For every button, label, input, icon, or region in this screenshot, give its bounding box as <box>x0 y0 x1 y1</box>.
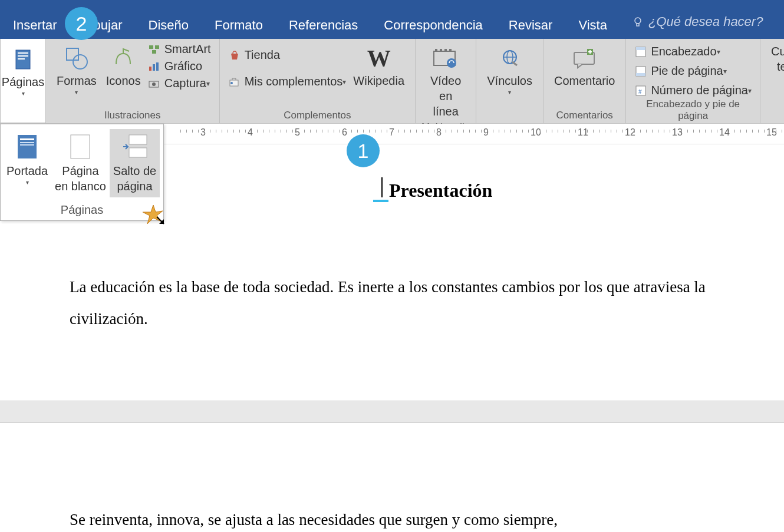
ruler-number: 7 <box>389 127 394 138</box>
grafico-button[interactable]: Gráfico <box>148 60 211 73</box>
cuadro-l2: te <box>777 59 784 74</box>
svg-rect-34 <box>636 73 645 76</box>
ruler-number: 12 <box>625 127 635 138</box>
ruler-number: 6 <box>342 127 347 138</box>
svg-rect-32 <box>636 47 645 50</box>
tell-me-label: ¿Qué desea hacer? <box>648 14 763 29</box>
tab-referencias[interactable]: Referencias <box>276 14 371 37</box>
svg-rect-43 <box>129 148 147 157</box>
group-complementos: Tienda Mis complementos W Wikipedia Comp… <box>220 39 416 124</box>
group-label-comentarios: Comentarios <box>556 110 612 123</box>
svg-rect-20 <box>440 49 442 51</box>
ruler-number: 11 <box>578 127 588 138</box>
portada-label: Portada <box>6 163 48 179</box>
svg-point-15 <box>152 82 156 86</box>
tell-me-search[interactable]: ¿Qué desea hacer? <box>632 14 763 29</box>
ruler-number: 8 <box>436 127 442 138</box>
svg-rect-1 <box>637 24 639 26</box>
tab-diseno[interactable]: Diseño <box>136 14 202 37</box>
salto-l2: página <box>117 179 152 194</box>
numero-pagina-button[interactable]: #Número de página <box>634 84 752 97</box>
svg-rect-8 <box>149 45 153 49</box>
ruler-number: 4 <box>248 127 253 138</box>
ribbon-content: Páginas ▾ Formas ▾ Iconos SmartArt Gráfi… <box>0 39 784 124</box>
vinculos-button[interactable]: Vínculos ▾ <box>482 41 537 98</box>
svg-rect-21 <box>444 49 447 51</box>
tab-revisar[interactable]: Revisar <box>496 14 566 37</box>
smartart-button[interactable]: SmartArt <box>148 42 211 56</box>
tab-vista[interactable]: Vista <box>565 14 620 37</box>
formas-button[interactable]: Formas ▾ <box>52 41 101 98</box>
tab-formato[interactable]: Formato <box>202 14 276 37</box>
pages-label: Páginas <box>2 74 44 90</box>
page-break-gap <box>0 401 784 423</box>
blanco-l1: Página <box>62 163 98 179</box>
svg-point-23 <box>447 58 456 68</box>
vinculos-label: Vínculos <box>487 73 532 88</box>
ruler-number: 9 <box>483 127 489 138</box>
tab-insertar[interactable]: Insertar <box>0 14 70 38</box>
miscomp-label: Mis complementos <box>245 75 343 88</box>
enc-label: Encabezado <box>651 45 716 58</box>
paragraph-2: Se reinventa, innova, se ajusta a las ne… <box>70 504 706 532</box>
svg-text:#: # <box>638 88 642 95</box>
group-headerfooter: Encabezado Pie de página #Número de pági… <box>626 39 760 124</box>
wikipedia-button[interactable]: W Wikipedia <box>348 41 409 91</box>
comentario-button[interactable]: Comentario <box>549 41 620 91</box>
video-label1: Vídeo <box>430 73 461 88</box>
click-indicator-icon <box>141 203 170 229</box>
iconos-label: Iconos <box>106 73 141 88</box>
smartart-label: SmartArt <box>164 42 211 56</box>
group-label-complementos: Complementos <box>284 110 351 123</box>
encabezado-button[interactable]: Encabezado <box>634 45 752 58</box>
cuadro-l1: Cua <box>771 44 784 59</box>
svg-rect-3 <box>18 52 28 54</box>
svg-rect-13 <box>156 62 159 71</box>
video-online-button[interactable]: Vídeo en línea <box>421 41 470 121</box>
mis-complementos-button[interactable]: Mis complementos <box>228 75 347 88</box>
horizontal-ruler: 3456789101112131415 <box>164 124 784 144</box>
ruler-number: 5 <box>295 127 300 138</box>
svg-rect-10 <box>152 50 156 54</box>
ruler-number: 13 <box>672 127 683 138</box>
pie-button[interactable]: Pie de página <box>634 64 752 78</box>
ribbon-tabs: Insertar bujar Diseño Formato Referencia… <box>0 0 784 39</box>
svg-point-17 <box>230 82 233 84</box>
callout-badge-2: 2 <box>65 7 98 40</box>
portada-button[interactable]: Portada ▾ <box>3 129 51 197</box>
group-ilustraciones: Formas ▾ Iconos SmartArt Gráfico Captura… <box>46 39 220 124</box>
cuadro-texto-button[interactable]: Cua te <box>766 41 784 77</box>
salto-pagina-button[interactable]: Salto de página <box>110 129 160 197</box>
callout-badge-1: 1 <box>347 134 380 167</box>
blanco-l2: en blanco <box>55 179 106 194</box>
group-comentarios: Comentario Comentarios <box>543 39 626 124</box>
svg-rect-19 <box>435 49 437 51</box>
svg-rect-40 <box>20 144 34 146</box>
group-label-ilustraciones: Ilustraciones <box>104 110 160 123</box>
grafico-label: Gráfico <box>164 60 202 73</box>
tienda-button[interactable]: Tienda <box>228 48 347 62</box>
group-vinculos: Vínculos ▾ <box>476 39 543 124</box>
comentario-label: Comentario <box>554 73 615 88</box>
pagina-blanco-button[interactable]: Página en blanco <box>51 129 110 197</box>
formas-label: Formas <box>57 73 97 88</box>
svg-rect-4 <box>18 55 28 57</box>
svg-point-7 <box>73 55 87 69</box>
tab-correspondencia[interactable]: Correspondencia <box>371 14 496 37</box>
svg-rect-12 <box>153 64 155 71</box>
cursor-underline <box>373 200 388 202</box>
group-cuadro: Cua te <box>760 39 784 124</box>
pages-button[interactable]: Páginas ▾ <box>0 39 46 123</box>
svg-rect-9 <box>155 45 159 49</box>
lightbulb-icon <box>632 16 644 28</box>
svg-rect-41 <box>71 135 90 158</box>
svg-rect-39 <box>20 142 34 143</box>
svg-rect-11 <box>149 67 151 71</box>
svg-marker-44 <box>143 205 163 224</box>
ruler-number: 15 <box>766 127 777 138</box>
iconos-button[interactable]: Iconos <box>101 41 146 91</box>
captura-button[interactable]: Captura <box>148 77 211 90</box>
group-multimedia: Vídeo en línea Multimedia <box>416 39 476 124</box>
pages-dropdown-panel: Portada ▾ Página en blanco Salto de pági… <box>0 124 164 221</box>
pages-dropdown-group-label: Páginas <box>1 200 163 220</box>
